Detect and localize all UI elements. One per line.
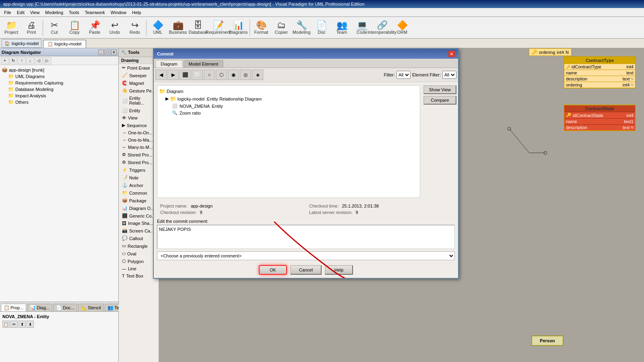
modal-tb-btn7[interactable]: ◉ [228,70,239,80]
one-many-icon: → [122,138,126,142]
toolbar-copy[interactable]: 📋 Copy [65,18,84,37]
prop-btn-3[interactable]: ⬆ [19,321,26,328]
diagrams-icon: 📊 [233,21,244,30]
generic-conn-icon: ⬛ [122,213,128,218]
point-erase-icon: ✏ [122,65,126,70]
prop-btn-2[interactable]: ✏ [10,321,18,328]
modal-toolbar: ◀ ▶ ⬛ ⬜ ○ ⬡ ◉ ◎ ◈ Filter: All Element Fi… [154,68,458,82]
orm-icon: 🔶 [397,21,408,30]
tree-item-others[interactable]: 📁 Others [8,99,117,105]
tab-doc[interactable]: 📄 Doc... [53,304,77,311]
toolbar-format[interactable]: 🎨 Format [252,18,271,37]
modal-tree-zoom[interactable]: 🔍 Zoom ratio [172,109,418,116]
compare-button[interactable]: Compare [423,96,456,105]
show-view-button[interactable]: Show View [423,85,456,94]
element-filter-dropdown[interactable]: All [442,71,456,79]
prop-btn-1[interactable]: 📋 [2,321,10,328]
modal-tb-btn5[interactable]: ○ [204,70,215,80]
toolbar-cut[interactable]: ✂ Cut [45,18,64,37]
menu-teamwork[interactable]: Teamwork [83,9,107,16]
bottom-left-panel: 📋 Prop... 📊 Diag... 📄 Doc... 📐 Stencil 👥 [0,302,118,362]
toolbar-orm[interactable]: 🔶 ORM [392,18,412,37]
left-panel: Diagram Navigator _ □ × + ↻ ↑ ↓ ◁ ▷ 📦 ap… [0,48,119,362]
nav-up-btn[interactable]: ↑ [18,57,26,64]
tree-item-uml[interactable]: 📁 UML Diagrams [8,73,117,80]
tree-item-database[interactable]: 📁 Database Modeling [8,86,117,93]
stored-proc1-icon: ⚙ [122,152,126,157]
menu-help[interactable]: Help [130,9,144,16]
modal-title: Commit [157,51,173,56]
modal-close-button[interactable]: × [448,51,455,57]
ok-button[interactable]: OK [259,265,287,275]
cancel-button[interactable]: Cancel [290,265,322,275]
uml-icon: 🔷 [153,21,163,30]
modal-folder-icon: 📁 [159,88,165,94]
contract-state-box: ContractState 🔑 idContractState int4 nam… [564,105,636,131]
toolbar-diagrams[interactable]: 📊 Diagrams [229,18,248,37]
nav-panel-minimize[interactable]: _ [98,49,104,55]
comment-textarea[interactable]: NEJAKY POPIS [157,225,455,249]
menu-file[interactable]: File [2,9,14,16]
team-icon: 👥 [336,21,347,30]
zoom-icon: 🔍 [172,110,178,115]
checkout-rev-value: 9 [200,210,202,215]
copier-icon: 🗂 [277,21,286,30]
redo-icon: ↪ [131,21,138,30]
modal-tb-btn6[interactable]: ⬡ [216,70,227,80]
nav-expand-btn[interactable]: ▷ [43,57,51,64]
menu-view[interactable]: View [28,9,42,16]
tab-stencil[interactable]: 📐 Stencil [78,304,104,311]
toolbar-redo[interactable]: ↪ Redo [125,18,144,37]
filter-dropdown[interactable]: All [396,71,411,79]
modal-tb-btn8[interactable]: ◎ [240,70,251,80]
doc-tab-icon: 📄 [56,305,62,311]
toolbar-team[interactable]: 👥 Team [332,18,351,37]
toolbar-print[interactable]: 🖨 Print [22,18,41,37]
toolbar-requirement[interactable]: 📝 Requirement [208,18,228,37]
nav-panel-close[interactable]: × [111,49,117,55]
modal-tab-model-element[interactable]: Model Element [184,60,223,68]
tree-item-impact[interactable]: 📁 Impact Analysis [8,93,117,99]
nav-refresh-btn[interactable]: ↻ [9,57,17,64]
toolbar-business[interactable]: 💼 Business [168,18,188,37]
nav-down-btn[interactable]: ↓ [26,57,34,64]
modal-tree-nova-zmena[interactable]: ⬜ NOVA_ZMENA :Entity [172,103,418,109]
prop-btn-4[interactable]: ⬇ [27,321,34,328]
menu-tools[interactable]: Tools [66,9,82,16]
appdesign-icon: 📦 [2,67,8,73]
modal-tb-btn3[interactable]: ⬛ [180,70,191,80]
nav-panel-header: Diagram Navigator _ □ × [0,48,118,56]
tree-item-appdesign[interactable]: 📦 app-design [trunk] [2,67,117,73]
nav-collapse-btn[interactable]: ◁ [35,57,43,64]
toolbar-project[interactable]: 📁 Project [2,18,21,37]
modal-tb-btn9[interactable]: ◈ [252,70,263,80]
tab-property[interactable]: 📋 Prop... [1,304,26,311]
modal-tb-btn2[interactable]: ▶ [167,70,179,80]
modal-tree-logicky-model[interactable]: ▶ 📁 logicky-model :Entity Relationship D… [165,95,418,103]
modal-tab-diagram[interactable]: Diagram [155,60,183,68]
nav-add-btn[interactable]: + [1,57,9,64]
toolbar-database[interactable]: 🗄 Database [188,18,208,37]
toolbar-interoperability[interactable]: 🔗 Interoperability [372,18,392,37]
toolbar-doc[interactable]: 📄 Doc [312,18,331,37]
checkout-time-value: 25.1.2013, 2:01:38 [342,204,379,208]
tree-item-requirements[interactable]: 📁 Requirements Capturing [8,80,117,86]
menu-window[interactable]: Window [108,9,129,16]
diagram-tab-logicky-model[interactable]: 📋 logicky-model [43,40,86,48]
nav-panel-maximize[interactable]: □ [105,49,110,55]
toolbar-uml[interactable]: 🔷 UML [148,18,167,37]
toolbar-copier[interactable]: 🗂 Copier [272,18,291,37]
modal-tree-diagram[interactable]: 📁 Diagram [159,87,418,95]
tab-diagram[interactable]: 📊 Diag... [27,304,52,311]
toolbar-undo[interactable]: ↩ Undo [105,18,124,37]
previous-comment-dropdown[interactable]: <Choose a previously entered comment> [157,251,455,260]
polygon-icon: ⬡ [122,259,126,264]
modal-tb-btn4[interactable]: ⬜ [192,70,203,80]
menu-modeling[interactable]: Modeling [43,9,66,16]
menu-edit[interactable]: Edit [14,9,27,16]
help-button[interactable]: Help [325,265,353,275]
main-toolbar: 📁 Project 🖨 Print ✂ Cut 📋 Copy 📌 Paste ↩… [0,17,644,39]
toolbar-modeling[interactable]: 🔧 Modeling [292,18,311,37]
modal-tb-btn1[interactable]: ◀ [155,70,167,80]
toolbar-paste[interactable]: 📌 Paste [85,18,104,37]
